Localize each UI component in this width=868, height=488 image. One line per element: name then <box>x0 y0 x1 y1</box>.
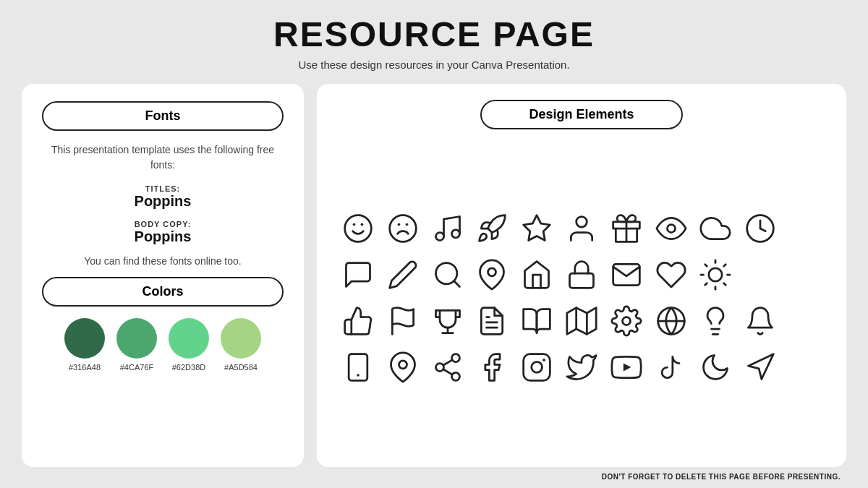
icon-clock <box>739 208 781 249</box>
icon-bulb <box>695 301 737 341</box>
icon-tiktok <box>650 347 692 388</box>
icon-lock <box>561 254 603 295</box>
swatch-label-3: #62D38D <box>172 363 205 372</box>
svg-point-7 <box>451 229 459 237</box>
footer-note: DON'T FORGET TO DELETE THIS PAGE BEFORE … <box>22 473 846 481</box>
swatch-color-1 <box>64 318 105 359</box>
icon-globe <box>650 301 692 341</box>
icon-empty-5 <box>784 347 826 388</box>
svg-line-21 <box>705 264 707 266</box>
icon-empty-1 <box>784 208 826 249</box>
swatch-color-3 <box>169 318 209 359</box>
icon-user <box>561 208 603 249</box>
svg-point-12 <box>667 224 675 232</box>
icon-location <box>382 347 424 388</box>
svg-point-43 <box>451 372 459 380</box>
icon-book <box>516 301 558 341</box>
colors-section: Colors #316A48 #4CA76F #62D38D #A5D584 <box>42 277 284 372</box>
swatch-label-2: #4CA76F <box>120 363 153 372</box>
svg-line-25 <box>705 283 707 285</box>
fonts-header: Fonts <box>42 101 284 131</box>
icon-music <box>427 208 469 249</box>
icon-pencil <box>382 254 424 295</box>
icon-megaphone <box>739 347 781 388</box>
swatch-label-4: #A5D584 <box>224 363 258 372</box>
icon-map <box>561 301 603 341</box>
icon-moon <box>695 347 737 388</box>
svg-line-22 <box>724 283 726 285</box>
title-label: TITLES: <box>145 184 181 193</box>
icon-flag <box>382 301 424 341</box>
icon-thumbsup <box>337 301 379 341</box>
icon-eye <box>650 208 692 249</box>
main-content: Fonts This presentation template uses th… <box>22 84 846 467</box>
svg-rect-17 <box>569 273 593 288</box>
svg-point-33 <box>622 317 630 325</box>
swatch-label-1: #316A48 <box>69 363 101 372</box>
icon-star <box>516 208 558 249</box>
svg-line-44 <box>443 369 452 374</box>
design-elements-label: Design Elements <box>480 100 683 129</box>
color-swatches: #316A48 #4CA76F #62D38D #A5D584 <box>42 318 284 372</box>
icon-frown <box>382 208 424 249</box>
svg-point-16 <box>488 267 496 275</box>
icon-bell <box>739 301 781 341</box>
svg-point-3 <box>389 215 416 241</box>
swatch-2: #4CA76F <box>116 318 157 372</box>
icon-file <box>471 301 513 341</box>
right-panel: Design Elements <box>317 84 846 467</box>
swatch-1: #316A48 <box>64 318 105 372</box>
icons-grid <box>337 141 826 454</box>
icon-gift <box>605 208 647 249</box>
icon-pin <box>471 254 513 295</box>
icon-settings <box>605 301 647 341</box>
icon-trophy <box>427 301 469 341</box>
icon-sun <box>695 254 737 295</box>
svg-point-41 <box>451 354 459 361</box>
page-title: RESOURCE PAGE <box>273 14 595 54</box>
icon-phone <box>337 347 379 388</box>
title-font: Poppins <box>135 193 192 210</box>
svg-point-18 <box>709 267 722 281</box>
svg-line-45 <box>443 359 452 364</box>
icon-rocket <box>471 208 513 249</box>
icon-heart <box>650 254 692 295</box>
icon-empty-2 <box>739 254 781 295</box>
icon-instagram <box>516 347 558 388</box>
svg-point-6 <box>435 232 443 240</box>
swatch-color-4 <box>221 318 261 359</box>
icon-twitter <box>561 347 603 388</box>
colors-header: Colors <box>42 277 284 307</box>
icon-mail <box>605 254 647 295</box>
svg-rect-46 <box>524 354 550 380</box>
icon-cloud <box>695 208 737 249</box>
left-panel: Fonts This presentation template uses th… <box>22 84 304 467</box>
fonts-description: This presentation template uses the foll… <box>42 142 284 173</box>
icon-smile <box>337 208 379 249</box>
design-elements-header: Design Elements <box>337 100 826 129</box>
swatch-3: #62D38D <box>169 318 209 372</box>
svg-point-0 <box>345 215 372 241</box>
icon-share <box>427 347 469 388</box>
fonts-online-text: You can find these fonts online too. <box>84 255 241 267</box>
svg-marker-48 <box>624 363 631 371</box>
svg-point-42 <box>435 363 443 371</box>
svg-point-9 <box>576 216 587 227</box>
swatch-4: #A5D584 <box>221 318 261 372</box>
icon-facebook <box>471 347 513 388</box>
swatch-color-2 <box>116 318 157 359</box>
page-subtitle: Use these design resources in your Canva… <box>298 59 569 71</box>
icon-search <box>427 254 469 295</box>
icon-home <box>516 254 558 295</box>
icon-empty-4 <box>784 301 826 341</box>
svg-marker-8 <box>524 215 550 240</box>
icon-empty-3 <box>784 254 826 295</box>
body-label: BODY COPY: <box>135 220 192 228</box>
icon-youtube <box>605 347 647 388</box>
body-font: Poppins <box>135 228 192 245</box>
svg-line-15 <box>454 281 459 286</box>
svg-point-40 <box>399 360 407 368</box>
icon-chat <box>337 254 379 295</box>
svg-marker-30 <box>567 307 596 334</box>
svg-line-26 <box>724 264 726 266</box>
